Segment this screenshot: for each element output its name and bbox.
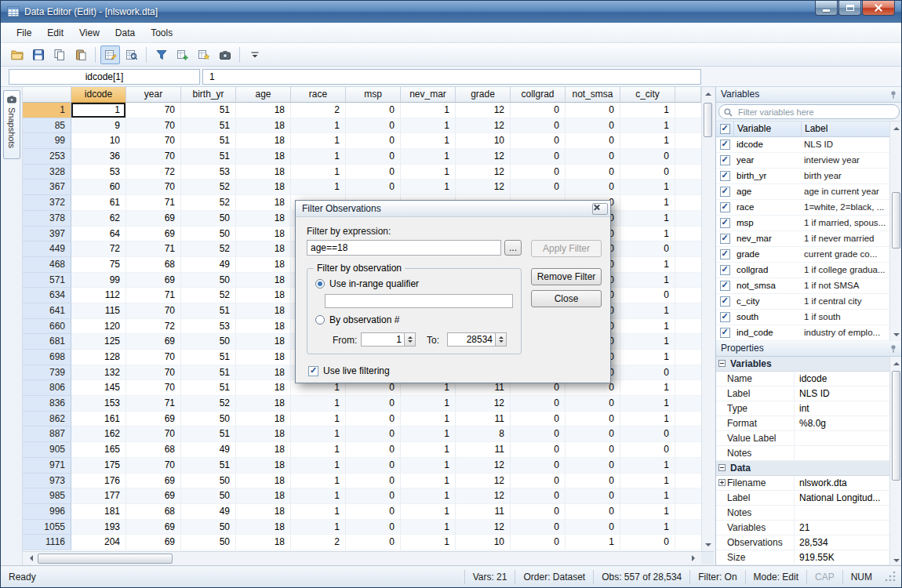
- grid-cell[interactable]: 18: [236, 350, 291, 365]
- in-range-qualifier-input[interactable]: [325, 294, 513, 308]
- cell-reference[interactable]: idcode[1]: [9, 69, 200, 85]
- grid-cell[interactable]: 1: [291, 412, 346, 427]
- grid-cell[interactable]: 0: [511, 149, 566, 165]
- grid-cell[interactable]: 165: [71, 442, 126, 458]
- row-number[interactable]: 468: [23, 257, 71, 273]
- grid-cell[interactable]: 10: [71, 133, 126, 149]
- grid-cell[interactable]: 145: [71, 380, 126, 396]
- grid-cell[interactable]: 51: [181, 103, 236, 118]
- property-value[interactable]: int: [795, 401, 890, 416]
- grid-cell[interactable]: 1: [291, 458, 346, 474]
- row-number[interactable]: 367: [23, 180, 71, 195]
- property-value[interactable]: [795, 506, 890, 520]
- grid-cell[interactable]: 1: [291, 133, 346, 149]
- grid-cell[interactable]: 0: [511, 535, 566, 550]
- row-number[interactable]: 1: [23, 103, 71, 118]
- grid-cell[interactable]: 0: [511, 442, 566, 458]
- in-range-qualifier-radio[interactable]: [315, 279, 325, 289]
- variable-checkbox[interactable]: [720, 202, 730, 212]
- grid-horizontal-scrollbar[interactable]: [23, 551, 701, 564]
- grid-cell[interactable]: 69: [126, 227, 181, 242]
- property-value[interactable]: NLS ID: [795, 387, 890, 401]
- grid-cell[interactable]: 1: [620, 118, 675, 134]
- grid-cell[interactable]: 112: [71, 288, 126, 303]
- from-observation-input[interactable]: [361, 332, 405, 347]
- grid-cell[interactable]: 1: [401, 133, 456, 149]
- grid-cell[interactable]: 69: [126, 412, 181, 427]
- grid-cell[interactable]: 1: [401, 165, 456, 180]
- to-observation-input[interactable]: [447, 332, 496, 347]
- variable-column-header[interactable]: Variable: [733, 122, 801, 136]
- variable-row[interactable]: not_smsa1 if not SMSA: [716, 278, 890, 294]
- grid-cell[interactable]: 61: [71, 195, 126, 211]
- maximize-button[interactable]: [838, 1, 861, 16]
- row-number[interactable]: 634: [23, 288, 71, 303]
- filter-observations-button[interactable]: [151, 45, 171, 64]
- property-value[interactable]: [795, 446, 890, 460]
- grid-cell[interactable]: 64: [71, 227, 126, 242]
- grid-cell[interactable]: 1: [291, 180, 346, 195]
- row-number[interactable]: 836: [23, 396, 71, 412]
- grid-cell[interactable]: 0: [620, 165, 675, 180]
- resize-grip[interactable]: [885, 571, 897, 583]
- grid-cell[interactable]: 62: [71, 211, 126, 227]
- property-value[interactable]: idcode: [795, 372, 890, 386]
- grid-cell[interactable]: 1: [291, 520, 346, 535]
- property-value[interactable]: nlswork.dta: [795, 476, 890, 490]
- grid-cell[interactable]: 115: [71, 303, 126, 319]
- grid-cell[interactable]: 0: [346, 520, 401, 535]
- grid-cell[interactable]: 18: [236, 103, 291, 118]
- grid-cell[interactable]: 51: [181, 133, 236, 149]
- grid-cell[interactable]: 18: [236, 165, 291, 180]
- grid-cell[interactable]: 11: [456, 442, 511, 458]
- filter-expression-input[interactable]: [307, 240, 501, 256]
- grid-cell[interactable]: 175: [71, 458, 126, 474]
- variable-checkbox[interactable]: [720, 281, 730, 291]
- grid-cell[interactable]: 70: [126, 303, 181, 319]
- menu-view[interactable]: View: [71, 24, 107, 42]
- grid-cell[interactable]: 18: [236, 535, 291, 550]
- variable-row[interactable]: gradecurrent grade co...: [716, 247, 890, 263]
- grid-cell[interactable]: 72: [71, 241, 126, 257]
- grid-cell[interactable]: 0: [620, 442, 675, 458]
- grid-cell[interactable]: 0: [566, 103, 620, 118]
- snapshots-tab[interactable]: Snapshots: [3, 90, 20, 159]
- row-number[interactable]: 739: [23, 365, 71, 381]
- properties-section-header[interactable]: Data: [716, 461, 890, 476]
- grid-cell[interactable]: 18: [236, 504, 291, 520]
- variable-row[interactable]: idcodeNLS ID: [716, 137, 890, 153]
- column-header-idcode[interactable]: idcode: [71, 87, 126, 103]
- properties-section-header[interactable]: Variables: [716, 357, 890, 372]
- grid-cell[interactable]: 51: [181, 426, 236, 442]
- grid-cell[interactable]: 1: [401, 442, 456, 458]
- grid-cell[interactable]: 0: [346, 118, 401, 134]
- dialog-close-button[interactable]: [592, 203, 608, 215]
- grid-cell[interactable]: 0: [346, 535, 401, 550]
- grid-cell[interactable]: 51: [181, 458, 236, 474]
- grid-cell[interactable]: 0: [566, 180, 620, 195]
- grid-cell[interactable]: 50: [181, 273, 236, 289]
- grid-cell[interactable]: 12: [456, 165, 511, 180]
- grid-cell[interactable]: 12: [456, 396, 511, 412]
- grid-cell[interactable]: 2: [291, 103, 346, 118]
- grid-cell[interactable]: 51: [181, 350, 236, 365]
- grid-cell[interactable]: 18: [236, 149, 291, 165]
- variables-scroll-thumb[interactable]: [892, 192, 900, 249]
- grid-cell[interactable]: 18: [236, 458, 291, 474]
- grid-cell[interactable]: 60: [71, 180, 126, 195]
- grid-cell[interactable]: 0: [346, 412, 401, 427]
- grid-cell[interactable]: 9: [71, 118, 126, 134]
- grid-cell[interactable]: 50: [181, 520, 236, 535]
- grid-cell[interactable]: 1: [401, 149, 456, 165]
- row-number[interactable]: 806: [23, 380, 71, 396]
- grid-cell[interactable]: 0: [620, 241, 675, 257]
- column-header-age[interactable]: age: [236, 87, 291, 103]
- grid-cell[interactable]: 0: [511, 488, 566, 504]
- grid-cell[interactable]: 51: [181, 149, 236, 165]
- grid-cell[interactable]: 12: [456, 474, 511, 489]
- row-number[interactable]: 253: [23, 149, 71, 165]
- grid-cell[interactable]: 10: [456, 133, 511, 149]
- grid-cell[interactable]: 68: [126, 257, 181, 273]
- grid-cell[interactable]: 72: [126, 319, 181, 335]
- grid-cell[interactable]: 69: [126, 211, 181, 227]
